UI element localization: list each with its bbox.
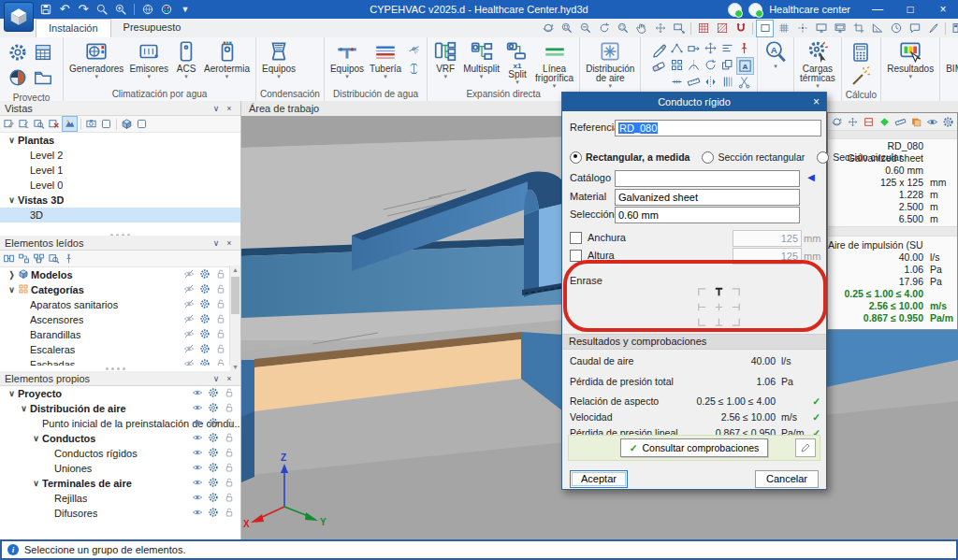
crop-button[interactable]	[849, 20, 867, 37]
eye-icon[interactable]	[192, 492, 203, 505]
gear-icon[interactable]	[208, 417, 219, 430]
sync-2-button[interactable]	[17, 251, 31, 266]
sync-status-icon[interactable]	[728, 3, 742, 17]
save-button[interactable]	[37, 2, 54, 17]
eye-off-icon[interactable]	[183, 313, 195, 326]
accept-button[interactable]: Aceptar	[570, 470, 628, 488]
lock-open-icon[interactable]	[224, 432, 235, 445]
collapse-icon[interactable]: ∨	[210, 104, 223, 113]
view-search-button[interactable]	[47, 251, 61, 266]
lock-open-icon[interactable]	[224, 462, 235, 475]
consult-checks-button[interactable]: ✓ Consultar comprobaciones	[620, 438, 769, 457]
chevron-expanded-icon[interactable]: ∨	[6, 195, 18, 205]
ribbon-item-water-heater[interactable]: ACS▾	[171, 39, 201, 79]
tree-item-proyecto[interactable]: ∨Proyecto	[0, 386, 240, 401]
reference-input[interactable]: RD_080	[615, 120, 821, 136]
edit-checks-button[interactable]	[795, 438, 816, 457]
search-plus-button[interactable]	[112, 2, 129, 17]
refresh-button[interactable]	[595, 20, 613, 37]
tree-item-ascensores[interactable]: Ascensores	[0, 312, 230, 327]
tree-item-conductos[interactable]: ∨Conductos	[0, 431, 240, 446]
eye-off-icon[interactable]	[183, 343, 195, 356]
close-panel-icon[interactable]: ×	[223, 238, 236, 248]
gear-icon[interactable]	[208, 462, 219, 475]
ip-section-button[interactable]	[862, 115, 876, 129]
view-box2-button[interactable]	[135, 117, 149, 131]
prev-view-button[interactable]	[670, 20, 688, 37]
tree-item-punto-inicial-de-la-preinstalaci-n-de-condu[interactable]: Punto inicial de la preinstalación de co…	[0, 416, 240, 431]
tree-item-conductos-r-gidos[interactable]: Conductos rígidos	[0, 446, 240, 461]
search-button[interactable]	[94, 2, 110, 17]
view-search-button[interactable]	[32, 117, 46, 131]
align-button[interactable]	[719, 40, 735, 56]
chevron-expanded-icon[interactable]: ∨	[6, 285, 18, 294]
tree-item-aparatos-sanitarios[interactable]: Aparatos sanitarios	[0, 297, 230, 312]
ribbon-item-generator[interactable]: Generadores▾	[66, 39, 126, 79]
center-tool-button[interactable]	[793, 20, 811, 37]
chevron-expanded-icon[interactable]: ∨	[6, 136, 18, 145]
tab-instalacion[interactable]: Instalación	[36, 19, 111, 37]
eye-icon[interactable]	[192, 417, 203, 430]
gear-icon[interactable]	[199, 343, 210, 356]
lock-open-icon[interactable]	[224, 402, 235, 415]
magnet-button[interactable]	[732, 20, 749, 37]
collapse-icon[interactable]: ∨	[210, 238, 223, 248]
flush-bottom-right-button[interactable]	[727, 314, 744, 329]
ribbon-item-thermal-loads[interactable]: Cargas térmicas▾	[797, 39, 838, 89]
tree-item-level-0[interactable]: Level 0	[0, 178, 240, 193]
width-input[interactable]: 125	[733, 230, 802, 247]
spray-button[interactable]	[406, 42, 422, 58]
eye-off-icon[interactable]	[183, 328, 195, 341]
ip-layers-button[interactable]	[909, 115, 923, 129]
lock-open-icon[interactable]	[215, 328, 226, 341]
redo-button[interactable]: ↷	[75, 2, 92, 17]
radio-seccion-circular[interactable]: Sección circular	[817, 151, 902, 164]
move-button[interactable]	[703, 40, 718, 56]
view-edit2-button[interactable]	[17, 117, 31, 131]
tree-item-3d[interactable]: 3D	[0, 208, 240, 223]
stretch-button[interactable]	[686, 40, 702, 56]
view-box-button[interactable]	[120, 117, 134, 131]
lock-open-icon[interactable]	[224, 447, 235, 460]
materials-button[interactable]	[158, 2, 175, 17]
orbit-button[interactable]	[539, 20, 557, 37]
close-button[interactable]: ×	[930, 0, 956, 19]
gear-icon[interactable]	[208, 432, 219, 445]
flush-center-button[interactable]	[710, 299, 727, 314]
gear-icon[interactable]	[208, 402, 219, 415]
calculator-button[interactable]	[849, 40, 873, 65]
tree-item-distribuci-n-de-aire[interactable]: ∨Distribución de aire	[0, 401, 240, 416]
gear-button[interactable]	[941, 115, 955, 129]
zoom-ext-button[interactable]	[558, 20, 575, 37]
gear-icon[interactable]	[199, 313, 210, 326]
gear-icon[interactable]	[199, 328, 210, 341]
flush-right-button[interactable]	[727, 299, 744, 314]
pan-button[interactable]	[632, 20, 650, 37]
ribbon-item-radiator[interactable]: Emisores▾	[126, 39, 171, 79]
scrollbar[interactable]: ▲▼	[229, 266, 240, 371]
flush-bottom-button[interactable]	[710, 314, 727, 329]
ribbon-item-results[interactable]: Resultados▾	[884, 39, 936, 79]
view-photo2-button[interactable]	[99, 117, 113, 131]
offset-button[interactable]	[719, 74, 735, 90]
gear-icon[interactable]	[199, 283, 210, 296]
dxf-button[interactable]	[694, 20, 712, 37]
rotate-button[interactable]	[703, 57, 718, 73]
eye-icon[interactable]	[192, 507, 203, 520]
chevron-expanded-icon[interactable]: ∨	[30, 479, 42, 488]
win-split-button[interactable]	[949, 20, 958, 37]
sync-1-button[interactable]	[2, 251, 16, 266]
tree-item-level-2[interactable]: Level 2	[0, 148, 240, 163]
zoom-out-button[interactable]	[576, 20, 594, 37]
close-panel-icon[interactable]: ×	[223, 374, 236, 383]
customize-button[interactable]: ▼	[177, 2, 194, 17]
selection-input[interactable]: 0.60 mm	[615, 207, 800, 223]
move-view-button[interactable]	[846, 115, 860, 129]
lock-open-icon[interactable]	[215, 313, 226, 326]
minimize-button[interactable]: —	[864, 0, 891, 19]
lock-open-icon[interactable]	[224, 507, 235, 520]
gear-icon[interactable]	[199, 268, 210, 281]
collapse-icon[interactable]: ∨	[210, 374, 223, 383]
wand-button[interactable]	[849, 65, 873, 89]
flush-bottom-left-button[interactable]	[693, 314, 710, 329]
